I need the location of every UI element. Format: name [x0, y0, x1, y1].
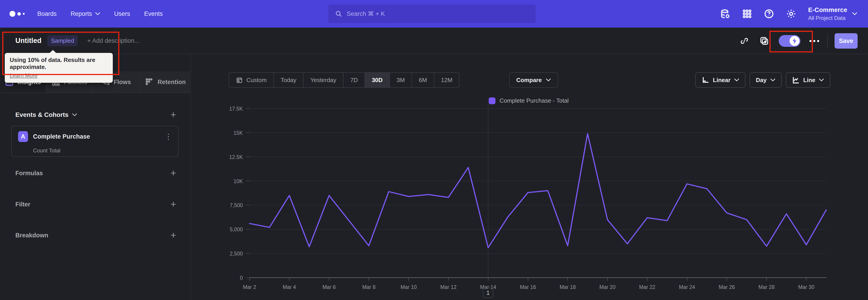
- title-bar-actions: Save: [740, 28, 868, 54]
- svg-text:Mar 28: Mar 28: [758, 284, 775, 290]
- svg-text:12.5K: 12.5K: [229, 154, 243, 160]
- svg-text:Mar 2: Mar 2: [243, 284, 256, 290]
- chart-type-selector[interactable]: Line: [786, 72, 830, 88]
- divider: [827, 35, 828, 47]
- svg-text:Mar 22: Mar 22: [639, 284, 655, 290]
- chevron-down-icon: [734, 79, 739, 82]
- chevron-down-icon: [546, 79, 551, 82]
- nav-events[interactable]: Events: [144, 10, 163, 18]
- date-range-today[interactable]: Today: [274, 73, 303, 87]
- event-metric[interactable]: Count Total: [33, 147, 178, 154]
- breakdown-section-label: Breakdown: [16, 232, 49, 239]
- date-range-3m-label: 3M: [397, 77, 405, 84]
- date-range-custom-label: Custom: [246, 77, 267, 84]
- date-range-7d[interactable]: 7D: [343, 73, 365, 87]
- sampling-tooltip: Using 10% of data. Results are approxima…: [5, 53, 113, 83]
- compare-button[interactable]: Compare: [509, 72, 558, 88]
- add-to-board-icon[interactable]: [760, 36, 769, 46]
- date-range-3m[interactable]: 3M: [390, 73, 412, 87]
- settings-gear-icon[interactable]: [786, 8, 796, 19]
- project-selector[interactable]: E-Commerce All Project Data: [808, 6, 857, 21]
- add-breakdown-button[interactable]: +: [170, 231, 176, 240]
- tab-flows-label: Flows: [114, 79, 131, 86]
- add-description-field[interactable]: + Add description...: [87, 37, 139, 44]
- add-formula-button[interactable]: +: [170, 169, 176, 178]
- svg-text:Mar 20: Mar 20: [599, 284, 616, 290]
- add-event-button[interactable]: +: [170, 110, 176, 120]
- more-options-icon[interactable]: [809, 40, 819, 42]
- nav-reports[interactable]: Reports: [71, 10, 100, 18]
- tooltip-arrow: [50, 50, 56, 53]
- date-range-12m-label: 12M: [441, 77, 453, 84]
- help-icon[interactable]: [764, 8, 774, 19]
- nav-users[interactable]: Users: [114, 10, 130, 18]
- svg-text:15K: 15K: [234, 130, 243, 136]
- date-range-yesterday-label: Yesterday: [310, 77, 336, 84]
- date-range-control: Custom Today Yesterday 7D 30D 3M 6M 12M: [229, 72, 460, 88]
- tab-retention[interactable]: Retention: [139, 71, 191, 93]
- chevron-down-icon: [852, 12, 857, 16]
- date-range-30d[interactable]: 30D: [365, 73, 390, 87]
- svg-text:0: 0: [240, 275, 243, 281]
- chart-type-label: Line: [803, 77, 815, 84]
- event-name: Complete Purchase: [33, 133, 160, 140]
- chevron-down-icon: [95, 12, 100, 16]
- report-title-bar: Untitled Sampled + Add description...: [0, 28, 868, 54]
- project-scope: All Project Data: [808, 15, 847, 21]
- events-cohorts-header[interactable]: Events & Cohorts: [16, 111, 77, 118]
- report-title[interactable]: Untitled: [16, 37, 41, 45]
- add-filter-button[interactable]: +: [170, 200, 176, 209]
- project-name: E-Commerce: [808, 6, 847, 13]
- copy-link-icon[interactable]: [740, 36, 749, 46]
- date-range-6m[interactable]: 6M: [412, 73, 434, 87]
- filter-section-label: Filter: [16, 201, 30, 208]
- save-button[interactable]: Save: [835, 33, 858, 49]
- chart-legend[interactable]: Complete Purchase - Total: [489, 97, 569, 104]
- date-range-12m[interactable]: 12M: [434, 73, 459, 87]
- legend-label: Complete Purchase - Total: [500, 97, 569, 104]
- data-management-icon[interactable]: [720, 8, 730, 19]
- sampled-badge[interactable]: Sampled: [47, 35, 78, 46]
- mixpanel-logo-icon[interactable]: [9, 11, 25, 17]
- main-nav: Boards Reports Users Events: [37, 10, 163, 18]
- tab-retention-label: Retention: [158, 79, 186, 86]
- svg-text:5,000: 5,000: [230, 227, 243, 232]
- legend-swatch: [489, 97, 495, 104]
- learn-more-link[interactable]: Learn More: [10, 72, 37, 79]
- date-range-custom[interactable]: Custom: [229, 73, 274, 87]
- sampling-toggle[interactable]: [779, 35, 800, 47]
- event-card[interactable]: A Complete Purchase ⋮ Count Total: [11, 126, 179, 157]
- events-cohorts-label: Events & Cohorts: [16, 111, 68, 118]
- interval-selector[interactable]: Day: [749, 72, 782, 88]
- svg-text:Mar 30: Mar 30: [798, 284, 814, 290]
- formulas-section-label: Formulas: [16, 170, 43, 177]
- event-options-icon[interactable]: ⋮: [164, 134, 172, 139]
- search-input[interactable]: Search ⌘ + K: [328, 4, 536, 23]
- linear-axis-icon: [702, 76, 709, 84]
- tooltip-message: Using 10% of data. Results are approxima…: [10, 57, 108, 70]
- date-range-today-label: Today: [281, 77, 296, 84]
- svg-text:Mar 12: Mar 12: [440, 284, 457, 290]
- top-nav: Boards Reports Users Events Search ⌘ + K: [0, 0, 868, 28]
- search-icon: [335, 10, 342, 18]
- svg-text:7,500: 7,500: [230, 202, 243, 208]
- scale-selector[interactable]: Linear: [695, 72, 745, 88]
- chart-page-indicator[interactable]: 1: [483, 288, 493, 298]
- apps-grid-icon[interactable]: [742, 9, 752, 19]
- nav-boards[interactable]: Boards: [37, 10, 57, 18]
- svg-text:10K: 10K: [234, 178, 243, 184]
- date-range-30d-label: 30D: [372, 77, 383, 84]
- chart-display-controls: Linear Day Line: [695, 72, 830, 88]
- date-range-yesterday[interactable]: Yesterday: [303, 73, 343, 87]
- interval-label: Day: [756, 77, 767, 84]
- svg-text:Mar 10: Mar 10: [401, 284, 417, 290]
- svg-text:Mar 26: Mar 26: [719, 284, 735, 290]
- compare-label: Compare: [516, 77, 542, 84]
- insights-report-page: Boards Reports Users Events Search ⌘ + K: [0, 0, 868, 300]
- event-letter-badge: A: [18, 131, 28, 142]
- date-range-7d-label: 7D: [350, 77, 358, 84]
- svg-text:Mar 8: Mar 8: [362, 284, 375, 290]
- chevron-down-icon: [72, 113, 77, 116]
- svg-text:Mar 16: Mar 16: [520, 284, 536, 290]
- svg-text:Mar 18: Mar 18: [560, 284, 576, 290]
